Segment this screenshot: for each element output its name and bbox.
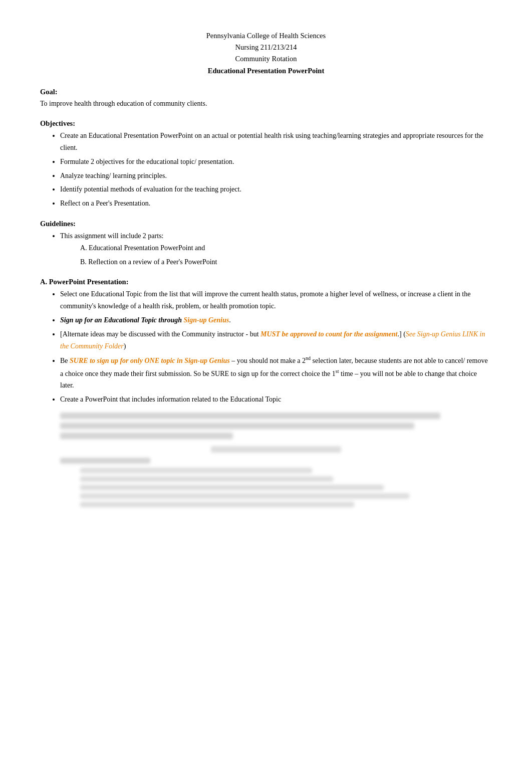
blurred-title [211, 446, 341, 453]
list-item: Analyze teaching/ learning principles. [60, 170, 492, 182]
goal-label: Goal: [40, 88, 492, 96]
blurred-label [60, 458, 150, 464]
objective-text-1: Create an Educational Presentation Power… [60, 132, 483, 151]
list-item: [Alternate ideas may be discussed with t… [60, 328, 492, 352]
ppt-list: Select one Educational Topic from the li… [60, 288, 492, 405]
guidelines-list: This assignment will include 2 parts: A.… [60, 230, 492, 268]
document-header: Pennsylvania College of Health Sciences … [40, 30, 492, 77]
page: Pennsylvania College of Health Sciences … [0, 0, 532, 780]
blurred-line [60, 413, 440, 419]
must-be-approved-text: MUST be approved to count for the assign… [260, 330, 397, 338]
guidelines-intro: This assignment will include 2 parts: [60, 232, 163, 240]
list-item: Create an Educational Presentation Power… [60, 130, 492, 154]
blurred-line [60, 423, 414, 429]
signup-genius-link[interactable]: Sign-up Genius [184, 316, 229, 324]
be-sure-prefix: Be [60, 357, 70, 364]
blurred-continuation [60, 413, 492, 507]
objective-text-4: Identify potential methods of evaluation… [60, 185, 241, 193]
list-item: Be SURE to sign up for only ONE topic in… [60, 354, 492, 392]
list-item: Identify potential methods of evaluation… [60, 183, 492, 196]
blurred-sub-line [80, 485, 384, 490]
blurred-line [60, 433, 233, 439]
goal-section: Goal: To improve health through educatio… [40, 88, 492, 109]
blurred-sub-items [70, 468, 492, 507]
header-line1: Pennsylvania College of Health Sciences [40, 30, 492, 42]
sure-suffix1: – you should not make a 2 [230, 357, 306, 364]
list-item: Select one Educational Topic from the li… [60, 288, 492, 312]
blurred-sub-line [80, 493, 409, 499]
alternate-prefix: [Alternate ideas may be discussed with t… [60, 330, 260, 338]
blurred-sub-line [80, 476, 333, 482]
header-line2: Nursing 211/213/214 [40, 42, 492, 53]
alternate-suffix: ) [124, 342, 126, 350]
objectives-list: Create an Educational Presentation Power… [60, 130, 492, 210]
objectives-label: Objectives: [40, 119, 492, 128]
list-item: Formulate 2 objectives for the education… [60, 156, 492, 168]
ppt-bullet-1: Select one Educational Topic from the li… [60, 290, 470, 310]
header-line4: Educational Presentation PowerPoint [40, 65, 492, 77]
superscript-nd: nd [306, 355, 311, 361]
guidelines-part-a: A. Educational Presentation PowerPoint a… [80, 244, 205, 252]
objective-text-3: Analyze teaching/ learning principles. [60, 172, 167, 179]
ppt-section: A. PowerPoint Presentation: Select one E… [40, 278, 492, 507]
ppt-label: A. PowerPoint Presentation: [40, 278, 492, 286]
guidelines-part-b: B. Reflection on a review of a Peer's Po… [80, 258, 217, 266]
objectives-section: Objectives: Create an Educational Presen… [40, 119, 492, 210]
objective-text-5: Reflect on a Peer's Presentation. [60, 200, 150, 207]
signup-intro-text: Sign up for an Educational Topic through [60, 316, 184, 324]
create-ppt-text: Create a PowerPoint that includes inform… [60, 396, 281, 403]
header-line3: Community Rotation [40, 53, 492, 65]
alternate-middle: .] ( [398, 330, 406, 338]
list-item: B. Reflection on a review of a Peer's Po… [80, 256, 492, 268]
sure-sign-up-text: SURE to sign up for only ONE topic in Si… [70, 357, 230, 364]
signup-period: . [229, 316, 231, 324]
blurred-sub-line [80, 502, 354, 507]
guidelines-label: Guidelines: [40, 220, 492, 228]
blurred-sub-line [80, 468, 312, 473]
goal-text: To improve health through education of c… [40, 98, 492, 109]
objective-text-2: Formulate 2 objectives for the education… [60, 158, 234, 165]
list-item: Reflect on a Peer's Presentation. [60, 198, 492, 210]
list-item: Create a PowerPoint that includes inform… [60, 394, 492, 406]
guidelines-section: Guidelines: This assignment will include… [40, 220, 492, 268]
list-item: This assignment will include 2 parts: A.… [60, 230, 492, 268]
list-item: A. Educational Presentation PowerPoint a… [80, 242, 492, 254]
list-item: Sign up for an Educational Topic through… [60, 314, 492, 326]
guidelines-parts: A. Educational Presentation PowerPoint a… [80, 242, 492, 268]
